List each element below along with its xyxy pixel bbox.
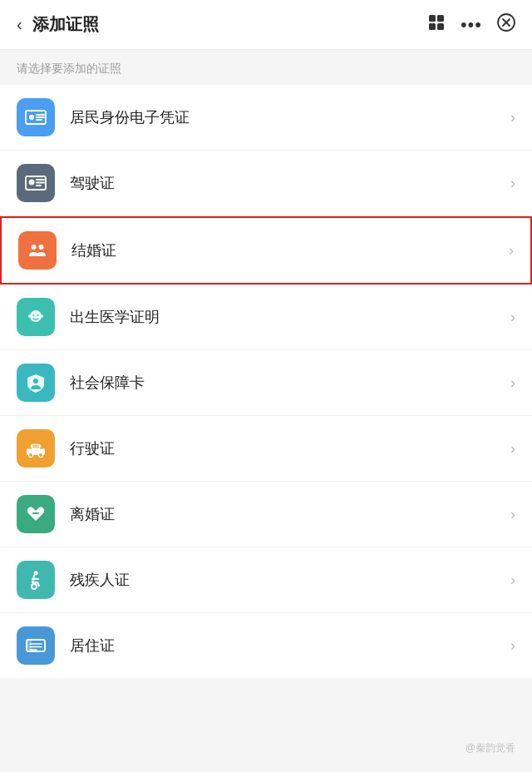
list-item[interactable]: 残疾人证 ›	[0, 547, 532, 613]
more-icon[interactable]: •••	[461, 14, 482, 36]
divorce-cert-icon	[17, 495, 55, 533]
watermark: @秦韵觉香	[466, 741, 515, 755]
svg-point-8	[29, 115, 34, 120]
back-button[interactable]: ‹	[17, 15, 22, 34]
list-item[interactable]: 行驶证 ›	[0, 416, 532, 482]
svg-point-24	[33, 379, 38, 384]
svg-rect-28	[28, 447, 32, 449]
id-card-icon	[17, 98, 55, 136]
chevron-right-icon: ›	[510, 440, 515, 458]
chevron-right-icon: ›	[510, 374, 515, 392]
svg-point-22	[28, 314, 31, 318]
grid-icon[interactable]	[427, 13, 446, 36]
svg-point-18	[39, 245, 44, 250]
driving-license-label: 驾驶证	[70, 173, 510, 193]
disability-cert-icon	[17, 561, 55, 599]
svg-rect-3	[437, 23, 444, 30]
residence-permit-label: 居住证	[70, 636, 510, 656]
list-item[interactable]: 社会保障卡 ›	[0, 350, 532, 416]
list-item[interactable]: 离婚证 ›	[0, 482, 532, 547]
list-item[interactable]: 出生医学证明 ›	[0, 285, 532, 350]
svg-point-17	[32, 245, 37, 250]
svg-point-13	[29, 180, 35, 186]
birth-cert-label: 出生医学证明	[70, 307, 510, 327]
svg-rect-39	[27, 640, 32, 651]
svg-point-32	[34, 572, 38, 576]
svg-rect-0	[429, 15, 436, 22]
divorce-cert-label: 离婚证	[70, 504, 510, 524]
header-left: ‹ 添加证照	[17, 13, 99, 36]
svg-point-23	[41, 314, 43, 318]
chevron-right-icon: ›	[510, 572, 515, 589]
list-item[interactable]: 驾驶证 ›	[0, 151, 532, 216]
svg-point-21	[37, 314, 39, 316]
birth-cert-icon	[17, 298, 55, 336]
svg-point-20	[33, 314, 35, 316]
page-title: 添加证照	[32, 13, 99, 36]
header: ‹ 添加证照 •••	[0, 0, 532, 50]
vehicle-license-label: 行驶证	[70, 438, 510, 458]
svg-rect-29	[32, 445, 39, 448]
header-right: •••	[427, 13, 515, 36]
driving-license-icon	[17, 164, 55, 202]
social-security-label: 社会保障卡	[70, 373, 510, 393]
vehicle-license-icon	[17, 429, 55, 468]
disability-cert-label: 残疾人证	[70, 570, 510, 590]
svg-rect-2	[429, 23, 436, 30]
id-card-label: 居民身份电子凭证	[70, 107, 510, 127]
list-item[interactable]: 居住证 ›	[0, 613, 532, 678]
marriage-cert-label: 结婚证	[71, 240, 509, 260]
chevron-right-icon: ›	[510, 175, 515, 192]
list-item-marriage[interactable]: 结婚证 ›	[0, 216, 532, 285]
svg-rect-1	[437, 15, 444, 22]
svg-point-33	[32, 584, 37, 589]
svg-point-26	[29, 453, 33, 458]
residence-permit-icon	[17, 626, 55, 665]
certificate-list: 居民身份电子凭证 › 驾驶证 › 结婚证 ›	[0, 85, 532, 678]
chevron-right-icon: ›	[510, 506, 515, 523]
chevron-right-icon: ›	[510, 637, 515, 655]
chevron-right-icon: ›	[510, 109, 515, 126]
chevron-right-icon: ›	[510, 309, 515, 326]
marriage-cert-icon	[18, 231, 57, 270]
social-security-icon	[17, 364, 55, 402]
section-label: 请选择要添加的证照	[0, 50, 532, 85]
list-item[interactable]: 居民身份电子凭证 ›	[0, 85, 532, 151]
svg-point-27	[39, 453, 43, 458]
svg-rect-30	[40, 447, 43, 449]
chevron-right-icon: ›	[509, 242, 514, 260]
close-icon[interactable]	[497, 13, 515, 36]
